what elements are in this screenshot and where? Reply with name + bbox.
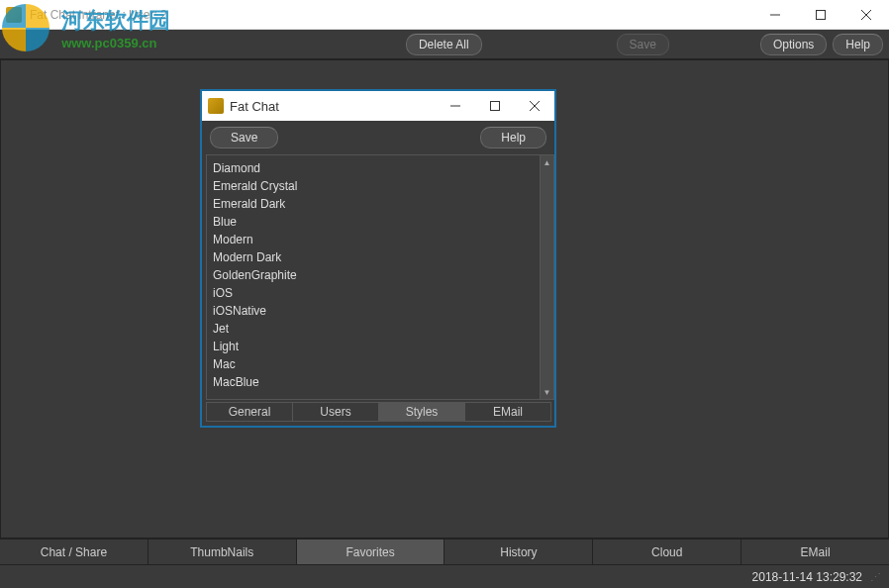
scroll-track[interactable] xyxy=(541,169,553,385)
list-item[interactable]: Mac xyxy=(213,355,534,373)
svg-rect-1 xyxy=(817,10,826,19)
dialog-save-button[interactable]: Save xyxy=(210,127,278,148)
list-item[interactable]: iOSNative xyxy=(213,302,534,320)
list-item[interactable]: Diamond xyxy=(213,159,534,177)
dialog-minimize-button[interactable] xyxy=(436,91,475,121)
status-bar: 2018-11-14 13:29:32 ⋰ xyxy=(0,564,889,588)
app-icon xyxy=(6,7,22,23)
list-item[interactable]: GoldenGraphite xyxy=(213,266,534,284)
scroll-up-icon[interactable]: ▲ xyxy=(541,155,553,169)
list-item[interactable]: Emerald Crystal xyxy=(213,177,534,195)
styles-scrollbar[interactable]: ▲ ▼ xyxy=(540,155,553,399)
list-item[interactable]: Modern xyxy=(213,231,534,248)
dialog-maximize-button[interactable] xyxy=(475,91,515,121)
tab-favorites[interactable]: Favorites xyxy=(297,539,445,564)
status-datetime: 2018-11-14 13:29:32 xyxy=(752,570,862,584)
dialog-body: DiamondEmerald CrystalEmerald DarkBlueMo… xyxy=(202,154,554,400)
list-item[interactable]: Jet xyxy=(213,320,534,338)
maximize-button[interactable] xyxy=(798,0,843,30)
close-button[interactable] xyxy=(843,0,889,30)
list-item[interactable]: MacBlue xyxy=(213,373,534,391)
dialog-tab-bar: General Users Styles EMail xyxy=(202,400,554,426)
list-item[interactable]: iOS xyxy=(213,284,534,302)
dialog-title: Fat Chat xyxy=(230,99,279,114)
list-item[interactable]: Light xyxy=(213,338,534,355)
help-button[interactable]: Help xyxy=(833,34,883,55)
settings-dialog: Fat Chat Save Help DiamondEmerald Crysta… xyxy=(200,89,556,428)
minimize-button[interactable] xyxy=(752,0,798,30)
resize-grip-icon[interactable]: ⋰ xyxy=(870,573,881,581)
tab-chat-share[interactable]: Chat / Share xyxy=(0,539,148,564)
list-item[interactable]: Blue xyxy=(213,213,534,231)
tab-thumbnails[interactable]: ThumbNails xyxy=(148,539,297,564)
bottom-tab-bar: Chat / Share ThumbNails Favorites Histor… xyxy=(0,539,889,564)
dialog-tab-styles[interactable]: Styles xyxy=(378,402,465,422)
scroll-down-icon[interactable]: ▼ xyxy=(541,385,553,399)
tab-email[interactable]: EMail xyxy=(741,539,889,564)
main-title-bar: Fat Chat Intranet : User: 2 xyxy=(0,0,889,30)
dialog-title-bar: Fat Chat xyxy=(202,91,554,121)
dialog-tab-email[interactable]: EMail xyxy=(464,402,551,422)
window-title: Fat Chat Intranet : User: 2 xyxy=(28,8,167,22)
dialog-tab-users[interactable]: Users xyxy=(292,402,379,422)
dialog-close-button[interactable] xyxy=(515,91,554,121)
dialog-app-icon xyxy=(208,98,224,114)
save-button[interactable]: Save xyxy=(617,34,669,55)
main-toolbar: Delete All Save Options Help xyxy=(0,30,889,59)
svg-rect-5 xyxy=(491,102,500,111)
options-button[interactable]: Options xyxy=(760,34,827,55)
list-item[interactable]: Emerald Dark xyxy=(213,195,534,213)
delete-all-button[interactable]: Delete All xyxy=(406,34,482,55)
styles-list: DiamondEmerald CrystalEmerald DarkBlueMo… xyxy=(206,154,554,400)
dialog-tab-general[interactable]: General xyxy=(206,402,293,422)
list-item[interactable]: Modern Dark xyxy=(213,248,534,266)
dialog-help-button[interactable]: Help xyxy=(480,127,546,148)
tab-history[interactable]: History xyxy=(444,539,593,564)
tab-cloud[interactable]: Cloud xyxy=(593,539,741,564)
dialog-toolbar: Save Help xyxy=(202,121,554,154)
